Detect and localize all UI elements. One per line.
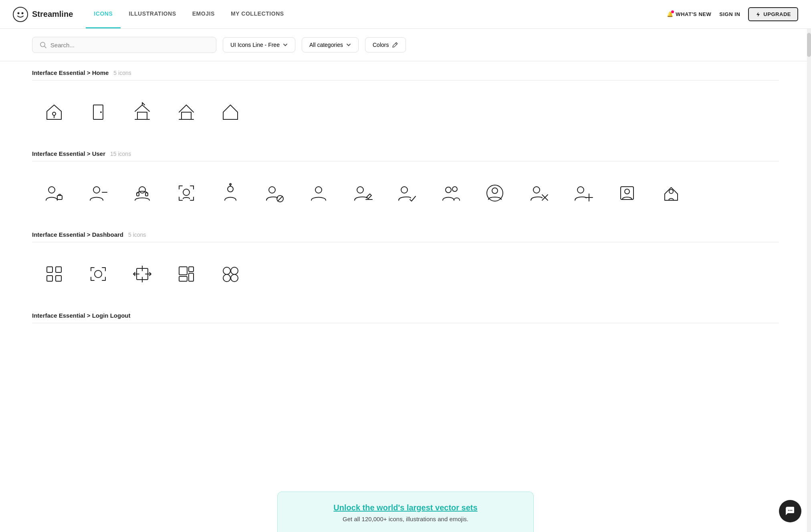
icon-user-block[interactable]: [252, 171, 297, 215]
scrollbar-track[interactable]: [807, 29, 811, 355]
section-home-title: Interface Essential > Home: [32, 69, 109, 76]
section-login-logout-title: Interface Essential > Login Logout: [32, 312, 130, 319]
svg-point-18: [139, 187, 145, 193]
icon-user-minus[interactable]: [76, 171, 120, 215]
svg-point-21: [183, 189, 190, 195]
icon-user-default[interactable]: [297, 171, 341, 215]
section-home-header: Interface Essential > Home 5 icons: [32, 69, 779, 81]
lightning-icon: [755, 12, 761, 17]
section-home-grid: [32, 90, 779, 134]
main-content: Interface Essential > Home 5 icons: [0, 61, 811, 355]
section-dashboard-grid: [32, 252, 779, 296]
svg-point-29: [357, 187, 363, 193]
search-box[interactable]: [32, 37, 216, 53]
section-user-count: 15 icons: [110, 151, 131, 157]
svg-point-31: [401, 187, 408, 193]
toolbar: UI Icons Line - Free All categories Colo…: [0, 29, 811, 61]
whats-new-button[interactable]: 🔔 WHAT'S NEW: [667, 11, 711, 17]
icon-user-circle[interactable]: [473, 171, 517, 215]
section-login-logout-header: Interface Essential > Login Logout: [32, 312, 779, 323]
svg-rect-46: [56, 267, 61, 272]
search-icon: [40, 41, 46, 48]
icon-user-add[interactable]: [561, 171, 605, 215]
icon-grid-four[interactable]: [32, 252, 76, 296]
icon-door[interactable]: [76, 90, 120, 134]
svg-rect-15: [57, 195, 62, 200]
svg-line-5: [44, 46, 46, 48]
svg-line-27: [278, 196, 282, 201]
icon-user-headphones[interactable]: [120, 171, 164, 215]
icon-home-simple[interactable]: [208, 90, 252, 134]
section-login-logout: Interface Essential > Login Logout: [32, 312, 779, 323]
section-dashboard-count: 5 icons: [128, 232, 146, 238]
svg-point-16: [93, 187, 100, 193]
section-user-title: Interface Essential > User: [32, 150, 105, 157]
nav-right: 🔔 WHAT'S NEW SIGN IN UPGRADE: [667, 7, 798, 21]
svg-point-4: [40, 42, 45, 46]
tab-emojis[interactable]: EMOJIS: [184, 0, 223, 28]
svg-point-1: [18, 12, 20, 14]
svg-point-59: [223, 267, 230, 274]
section-home: Interface Essential > Home 5 icons: [32, 69, 779, 134]
svg-point-61: [223, 274, 230, 282]
section-dashboard-header: Interface Essential > Dashboard 5 icons: [32, 231, 779, 242]
icon-scan-circle[interactable]: [76, 252, 120, 296]
navbar: Streamline ICONS ILLUSTRATIONS EMOJIS MY…: [0, 0, 811, 29]
icon-home-outline[interactable]: [164, 90, 208, 134]
section-user: Interface Essential > User 15 icons: [32, 150, 779, 215]
svg-line-6: [395, 43, 397, 44]
svg-rect-56: [189, 267, 194, 272]
icon-user-photo[interactable]: [605, 171, 649, 215]
icon-user-home[interactable]: [649, 171, 693, 215]
nav-tabs: ICONS ILLUSTRATIONS EMOJIS MY COLLECTION…: [86, 0, 292, 28]
icon-user-x[interactable]: [517, 171, 561, 215]
section-user-grid: [32, 171, 779, 215]
svg-point-35: [492, 188, 498, 193]
section-home-count: 5 icons: [113, 70, 131, 76]
section-dashboard-title: Interface Essential > Dashboard: [32, 231, 123, 238]
icon-scan-box[interactable]: [120, 252, 164, 296]
icon-grid-mixed[interactable]: [164, 252, 208, 296]
tab-illustrations[interactable]: ILLUSTRATIONS: [121, 0, 184, 28]
svg-point-28: [315, 187, 322, 193]
icon-user-check[interactable]: [385, 171, 429, 215]
tab-collections[interactable]: MY COLLECTIONS: [223, 0, 292, 28]
colors-button[interactable]: Colors: [365, 37, 406, 52]
logo[interactable]: Streamline: [13, 7, 73, 22]
chevron-down-icon: [283, 42, 288, 47]
svg-point-49: [95, 270, 102, 278]
svg-point-60: [231, 267, 238, 274]
svg-rect-57: [189, 273, 194, 281]
svg-point-14: [48, 187, 55, 193]
icon-home-arrow[interactable]: [120, 90, 164, 134]
icon-user-scan[interactable]: [164, 171, 208, 215]
svg-point-0: [13, 7, 28, 22]
sign-in-button[interactable]: SIGN IN: [719, 11, 740, 17]
tab-icons[interactable]: ICONS: [86, 0, 121, 28]
icon-circles-group[interactable]: [208, 252, 252, 296]
svg-point-25: [269, 187, 275, 193]
section-user-header: Interface Essential > User 15 icons: [32, 150, 779, 161]
upgrade-button[interactable]: UPGRADE: [748, 7, 798, 21]
section-dashboard: Interface Essential > Dashboard 5 icons: [32, 231, 779, 296]
search-input[interactable]: [50, 42, 209, 48]
icon-home-key[interactable]: [32, 90, 76, 134]
svg-rect-55: [179, 267, 187, 275]
svg-point-62: [231, 274, 238, 282]
icon-user-pin[interactable]: [208, 171, 252, 215]
svg-rect-19: [137, 193, 139, 196]
svg-point-43: [625, 189, 629, 194]
icon-user-lock[interactable]: [32, 171, 76, 215]
chevron-down-icon-2: [346, 42, 351, 47]
icon-user-edit[interactable]: [341, 171, 385, 215]
filter-category-dropdown[interactable]: All categories: [302, 37, 359, 52]
filter-set-dropdown[interactable]: UI Icons Line - Free: [223, 37, 295, 52]
scrollbar-thumb[interactable]: [807, 33, 811, 57]
icon-users-group[interactable]: [429, 171, 473, 215]
svg-marker-3: [757, 12, 760, 17]
svg-rect-20: [145, 193, 148, 196]
pencil-icon: [392, 42, 398, 48]
svg-rect-45: [47, 267, 52, 272]
logo-text: Streamline: [32, 10, 73, 19]
svg-rect-48: [56, 276, 61, 281]
